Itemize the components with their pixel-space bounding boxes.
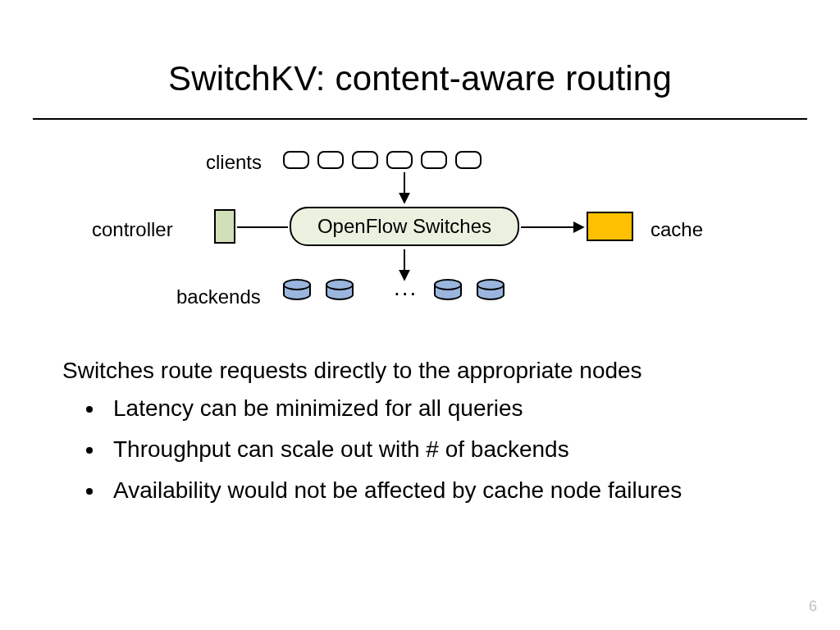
- bullet-item: Latency can be minimized for all queries: [105, 395, 784, 422]
- architecture-diagram: clients controller cache backends OpenFl…: [0, 139, 840, 328]
- client-box: [386, 151, 413, 169]
- clients-label: clients: [206, 151, 262, 174]
- client-box: [421, 151, 447, 169]
- lead-sentence: Switches route requests directly to the …: [62, 358, 784, 384]
- openflow-switches-node: OpenFlow Switches: [290, 207, 519, 246]
- client-box: [317, 151, 344, 169]
- client-box: [455, 151, 482, 169]
- body-text: Switches route requests directly to the …: [62, 358, 784, 518]
- cache-label: cache: [651, 218, 703, 241]
- slide-title: SwitchKV: content-aware routing: [0, 59, 840, 98]
- controller-label: controller: [92, 218, 173, 241]
- backend-cylinder: [283, 279, 311, 300]
- backends-label: backends: [176, 285, 261, 308]
- controller-node: [214, 209, 235, 244]
- backends-ellipsis: ...: [394, 275, 418, 301]
- bullet-item: Throughput can scale out with # of backe…: [105, 436, 784, 463]
- page-number: 6: [809, 598, 817, 615]
- client-box: [352, 151, 378, 169]
- backend-cylinder: [477, 279, 504, 300]
- bullet-list: Latency can be minimized for all queries…: [62, 395, 784, 504]
- bullet-item: Availability would not be affected by ca…: [105, 477, 784, 504]
- backend-cylinder: [326, 279, 354, 300]
- client-box: [283, 151, 309, 169]
- title-divider: [33, 118, 807, 120]
- backend-cylinder: [434, 279, 462, 300]
- cache-node: [587, 212, 633, 241]
